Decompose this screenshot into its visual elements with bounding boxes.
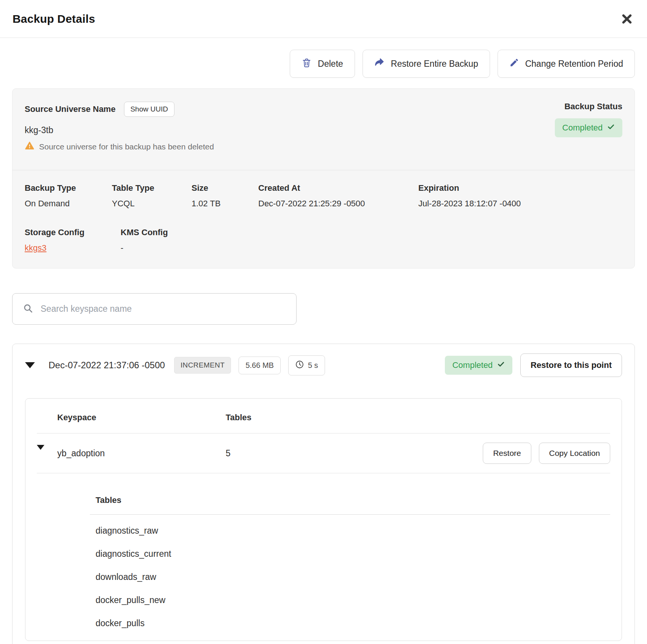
tables-count: 5 [226,448,231,459]
created-at-value: Dec-07-2022 21:25:29 -0500 [258,199,418,209]
keyspace-table: Keyspace Tables yb_adoption 5 Restore Co… [25,398,622,641]
restore-to-this-point-button[interactable]: Restore to this point [520,353,622,377]
caret-down-icon[interactable] [25,362,35,368]
field-size: Size 1.02 TB [192,183,258,209]
table-type-label: Table Type [112,183,192,193]
show-uuid-button[interactable]: Show UUID [124,102,174,117]
tables-column-header: Tables [226,413,251,423]
delete-button-label: Delete [318,59,343,69]
field-backup-type: Backup Type On Demand [25,183,112,209]
field-created-at: Created At Dec-07-2022 21:25:29 -0500 [258,183,418,209]
list-item: diagnostics_raw [90,519,610,542]
list-item: docker_pulls [90,612,610,635]
increment-card: Dec-07-2022 21:37:06 -0500 INCREMENT 5.6… [12,344,635,644]
warning-triangle-icon [25,141,35,152]
field-expiration: Expiration Jul-28-2023 18:12:07 -0400 [418,183,622,209]
source-universe-block: Source Universe Name Show UUID kkg-3tb S… [25,102,214,152]
kms-config-value: - [121,243,622,253]
list-item: docker_pulls_new [90,589,610,612]
backup-type-label: Backup Type [25,183,112,193]
universe-name: kkg-3tb [25,125,214,135]
toolbar: Delete Restore Entire Backup Change Rete… [12,50,635,78]
list-item: downloads_raw [90,565,610,589]
backup-type-value: On Demand [25,199,112,209]
increment-status-badge: Completed [445,356,512,375]
created-at-label: Created At [258,183,418,193]
keyspace-search [12,293,297,325]
restore-entire-backup-button[interactable]: Restore Entire Backup [363,50,490,78]
restore-arrow-icon [374,57,385,70]
backup-status-label: Backup Status [564,102,622,112]
restore-entire-backup-label: Restore Entire Backup [391,59,478,69]
increment-timestamp: Dec-07-2022 21:37:06 -0500 [49,360,165,371]
field-storage-config: Storage Config kkgs3 [25,228,121,253]
size-label: Size [192,183,258,193]
pencil-icon [509,58,519,70]
increment-size-chip: 5.66 MB [239,357,280,374]
expiration-value: Jul-28-2023 18:12:07 -0400 [418,199,622,209]
restore-button[interactable]: Restore [483,443,531,464]
change-retention-period-button[interactable]: Change Retention Period [498,50,635,78]
change-retention-period-label: Change Retention Period [525,59,623,69]
backup-summary-panel: Source Universe Name Show UUID kkg-3tb S… [12,88,635,269]
check-icon [607,123,615,133]
clock-icon [295,360,304,371]
tables-sublist-header: Tables [96,495,121,505]
search-input[interactable] [41,304,286,314]
page-title: Backup Details [13,13,95,25]
kms-config-label: KMS Config [121,228,622,237]
backup-status-block: Backup Status Completed [555,102,622,152]
increment-type-badge: INCREMENT [174,357,231,374]
storage-config-label: Storage Config [25,228,121,237]
copy-location-button[interactable]: Copy Location [539,443,610,464]
check-icon [497,360,505,370]
status-badge: Completed [555,118,622,137]
field-kms-config: KMS Config - [121,228,622,253]
delete-button[interactable]: Delete [290,50,355,78]
table-type-value: YCQL [112,199,192,209]
expiration-label: Expiration [418,183,622,193]
status-badge-label: Completed [562,123,603,133]
caret-down-icon[interactable] [37,445,44,456]
list-item: diagnostics_current [90,542,610,565]
increment-status-label: Completed [452,360,493,370]
tables-sublist: Tables diagnostics_raw diagnostics_curre… [90,473,610,635]
storage-config-link[interactable]: kkgs3 [25,243,46,253]
source-deleted-warning: Source universe for this backup has been… [39,142,214,151]
keyspace-name: yb_adoption [57,448,226,459]
field-table-type: Table Type YCQL [112,183,192,209]
keyspace-table-header: Keyspace Tables [37,399,610,434]
search-icon [23,303,33,315]
increment-duration-chip: 5 s [288,355,325,375]
increment-header: Dec-07-2022 21:37:06 -0500 INCREMENT 5.6… [25,353,622,377]
table-row: yb_adoption 5 Restore Copy Location [37,434,610,473]
increment-duration: 5 s [308,361,318,370]
modal-header: Backup Details [0,0,647,38]
source-universe-label: Source Universe Name [25,104,116,114]
trash-icon [302,58,312,70]
close-icon[interactable] [619,11,634,27]
size-value: 1.02 TB [192,199,258,209]
keyspace-column-header: Keyspace [57,413,226,423]
